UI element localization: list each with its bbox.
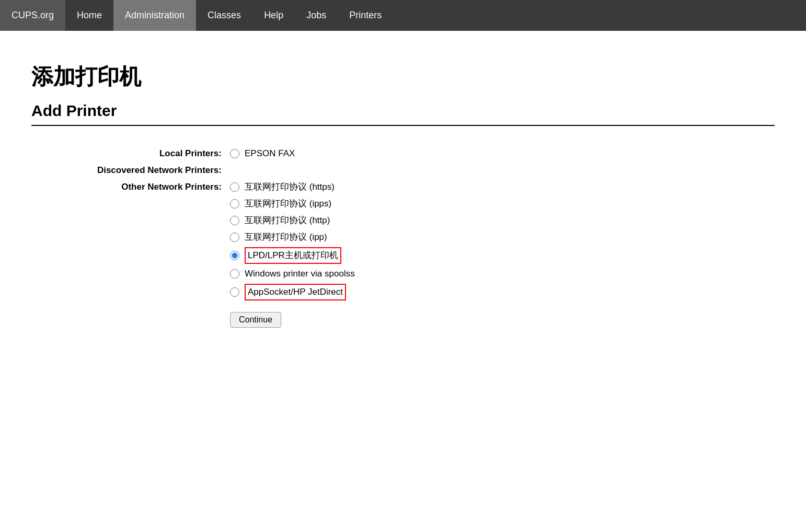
label-lpd: LPD/LPR主机或打印机 bbox=[245, 247, 341, 264]
other-printers-row: Other Network Printers: 互联网打印协议 (https) … bbox=[42, 180, 775, 328]
label-ipp: 互联网打印协议 (ipp) bbox=[245, 230, 327, 244]
radio-lpd[interactable] bbox=[230, 251, 239, 260]
other-printers-label: Other Network Printers: bbox=[42, 180, 230, 194]
local-printers-options: EPSON FAX bbox=[230, 147, 295, 160]
radio-spoolss[interactable] bbox=[230, 269, 239, 279]
option-lpd: LPD/LPR主机或打印机 bbox=[230, 247, 355, 264]
printer-form: Local Printers: EPSON FAX Discovered Net… bbox=[42, 147, 775, 331]
option-ipps: 互联网打印协议 (ipps) bbox=[230, 197, 355, 211]
nav-home[interactable]: Home bbox=[65, 0, 113, 31]
radio-ipps[interactable] bbox=[230, 199, 239, 209]
radio-epson-fax[interactable] bbox=[230, 149, 239, 158]
local-option-epson: EPSON FAX bbox=[230, 147, 295, 160]
nav-classes[interactable]: Classes bbox=[196, 0, 252, 31]
label-jetdirect: AppSocket/HP JetDirect bbox=[245, 284, 346, 300]
nav-cupsorg[interactable]: CUPS.org bbox=[0, 0, 65, 31]
local-printers-row: Local Printers: EPSON FAX bbox=[42, 147, 775, 160]
radio-jetdirect[interactable] bbox=[230, 287, 239, 297]
discovered-printers-row: Discovered Network Printers: bbox=[42, 164, 775, 177]
radio-http[interactable] bbox=[230, 216, 239, 225]
discovered-label: Discovered Network Printers: bbox=[42, 164, 230, 177]
label-spoolss: Windows printer via spoolss bbox=[245, 267, 355, 281]
other-printers-options: 互联网打印协议 (https) 互联网打印协议 (ipps) 互联网打印协议 (… bbox=[230, 180, 355, 328]
continue-button[interactable]: Continue bbox=[230, 312, 281, 328]
main-nav: CUPS.org Home Administration Classes Hel… bbox=[0, 0, 806, 31]
local-printers-label: Local Printers: bbox=[42, 147, 230, 160]
radio-https[interactable] bbox=[230, 182, 239, 192]
option-ipp: 互联网打印协议 (ipp) bbox=[230, 230, 355, 244]
option-jetdirect: AppSocket/HP JetDirect bbox=[230, 284, 355, 300]
label-ipps: 互联网打印协议 (ipps) bbox=[245, 197, 331, 211]
nav-jobs[interactable]: Jobs bbox=[295, 0, 338, 31]
radio-ipp[interactable] bbox=[230, 233, 239, 242]
main-content: 添加打印机 Add Printer Local Printers: EPSON … bbox=[0, 31, 806, 346]
nav-printers[interactable]: Printers bbox=[338, 0, 393, 31]
label-https: 互联网打印协议 (https) bbox=[245, 180, 335, 194]
option-http: 互联网打印协议 (http) bbox=[230, 214, 355, 227]
page-title-zh: 添加打印机 bbox=[31, 62, 775, 91]
label-http: 互联网打印协议 (http) bbox=[245, 214, 330, 227]
page-title-en: Add Printer bbox=[31, 102, 775, 126]
continue-row: Continue bbox=[230, 304, 355, 328]
nav-administration[interactable]: Administration bbox=[113, 0, 196, 31]
option-spoolss: Windows printer via spoolss bbox=[230, 267, 355, 281]
nav-help[interactable]: Help bbox=[252, 0, 295, 31]
label-epson-fax: EPSON FAX bbox=[245, 147, 295, 160]
option-https: 互联网打印协议 (https) bbox=[230, 180, 355, 194]
